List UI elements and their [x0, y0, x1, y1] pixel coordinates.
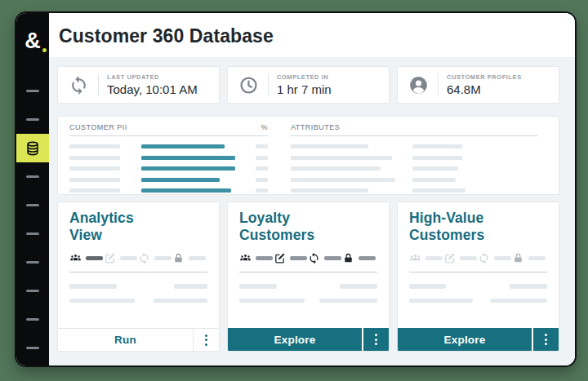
stat-value: 1 hr 7 min	[277, 82, 332, 96]
pii-value-bar	[141, 178, 220, 182]
menu-dash-icon	[26, 118, 39, 122]
sidebar-item[interactable]	[16, 219, 49, 248]
skeleton-bar	[154, 299, 207, 303]
skeleton-dash	[359, 256, 376, 260]
icon-group	[342, 252, 376, 264]
icon-group	[172, 252, 206, 264]
kebab-menu-button[interactable]	[533, 328, 559, 351]
sidebar-item[interactable]	[16, 305, 49, 334]
kebab-icon	[205, 334, 207, 346]
table-row	[291, 166, 538, 171]
sidebar-item[interactable]	[16, 248, 49, 277]
skeleton-bar	[69, 299, 135, 303]
skeleton-bar	[291, 188, 368, 193]
skeleton-bar	[239, 284, 277, 289]
skeleton-bar	[412, 156, 462, 160]
icon-group	[308, 252, 341, 264]
stat-label: LAST UPDATED	[107, 73, 198, 81]
logo-ampersand: &	[24, 29, 41, 53]
sidebar-item-database[interactable]	[16, 134, 49, 162]
sidebar-item[interactable]	[16, 191, 49, 219]
attributes-header-label: ATTRIBUTES	[291, 123, 340, 131]
skeleton-bar	[340, 284, 377, 289]
card-body: Loyalty Customers	[228, 202, 389, 328]
run-button[interactable]: Run	[58, 329, 193, 351]
card-title: Analytics View	[69, 210, 207, 243]
kebab-icon	[545, 334, 547, 345]
skeleton-dash	[460, 256, 477, 260]
explore-button[interactable]: Explore	[228, 328, 362, 351]
kebab-menu-button[interactable]	[363, 328, 389, 351]
card-footer: Explore	[398, 328, 559, 351]
skeleton-bar	[291, 144, 368, 148]
percent-bar	[256, 144, 268, 148]
skeleton-row	[69, 284, 207, 289]
pii-value-bar	[141, 188, 231, 193]
skeleton-bar	[412, 178, 456, 182]
table-row	[291, 178, 538, 182]
sidebar-item[interactable]	[16, 77, 49, 105]
sidebar-item[interactable]	[16, 162, 49, 191]
skeleton-label	[69, 188, 120, 193]
percent-bar	[256, 188, 268, 193]
skeleton-row	[409, 284, 547, 289]
skeleton-bar	[239, 299, 305, 303]
menu-dash-icon	[26, 233, 39, 236]
dashboard-body: LAST UPDATEDToday, 10:01 AMCOMPLETED IN1…	[49, 57, 575, 365]
menu-dash-icon	[26, 347, 39, 350]
table-row	[69, 188, 268, 193]
skeleton-bar	[291, 178, 395, 182]
menu-dash-icon	[26, 261, 39, 264]
skeleton-dash	[256, 256, 273, 260]
sidebar-item[interactable]	[16, 277, 49, 305]
card-footer: Run	[58, 328, 219, 351]
menu-dash-icon	[26, 90, 39, 93]
pii-rows	[69, 144, 268, 193]
skeleton-bar	[319, 299, 377, 303]
table-row	[69, 166, 268, 171]
stat-value: Today, 10:01 AM	[107, 82, 198, 96]
refresh-icon	[69, 75, 89, 95]
icon-group	[104, 252, 137, 264]
lock-icon	[512, 252, 524, 264]
sidebar-nav	[16, 77, 49, 362]
attributes-section: ATTRIBUTES	[291, 123, 538, 194]
profile-icon	[408, 75, 429, 95]
icon-group	[274, 252, 307, 264]
section-header: CUSTOMER PII %	[69, 123, 268, 136]
sidebar-item[interactable]	[16, 334, 49, 362]
divider	[69, 272, 207, 272]
skeleton-bar	[174, 284, 207, 289]
skeleton-label	[69, 178, 120, 182]
skeleton-dash	[290, 256, 307, 260]
divider	[239, 272, 377, 272]
stat-label: CUSTOMER PROFILES	[447, 73, 522, 81]
sidebar-item[interactable]	[16, 105, 49, 134]
edit-icon	[274, 252, 286, 264]
team-icon	[409, 252, 421, 264]
skeleton-bar	[409, 299, 473, 303]
kebab-icon	[375, 334, 377, 345]
stat-card: COMPLETED IN1 hr 7 min	[227, 66, 390, 104]
database-icon	[24, 140, 41, 157]
menu-dash-icon	[26, 290, 39, 293]
refresh-icon	[478, 252, 490, 264]
kebab-menu-button[interactable]	[194, 329, 219, 351]
explore-button[interactable]: Explore	[398, 328, 532, 351]
team-icon	[69, 252, 82, 264]
skeleton-row	[69, 299, 207, 303]
skeleton-dash	[189, 256, 206, 260]
card-body: Analytics View	[58, 202, 219, 328]
table-row	[291, 188, 538, 193]
section-header: ATTRIBUTES	[291, 123, 538, 136]
skeleton-bar	[412, 144, 462, 148]
segment-card: High-Value CustomersExplore	[397, 202, 559, 352]
skeleton-dash	[86, 256, 103, 260]
segment-card: Loyalty CustomersExplore	[227, 202, 390, 352]
refresh-icon	[138, 252, 150, 264]
table-row	[291, 156, 538, 160]
skeleton-bar	[69, 284, 117, 289]
skeleton-label	[69, 166, 120, 171]
refresh-icon	[308, 252, 320, 264]
table-row	[291, 144, 538, 148]
